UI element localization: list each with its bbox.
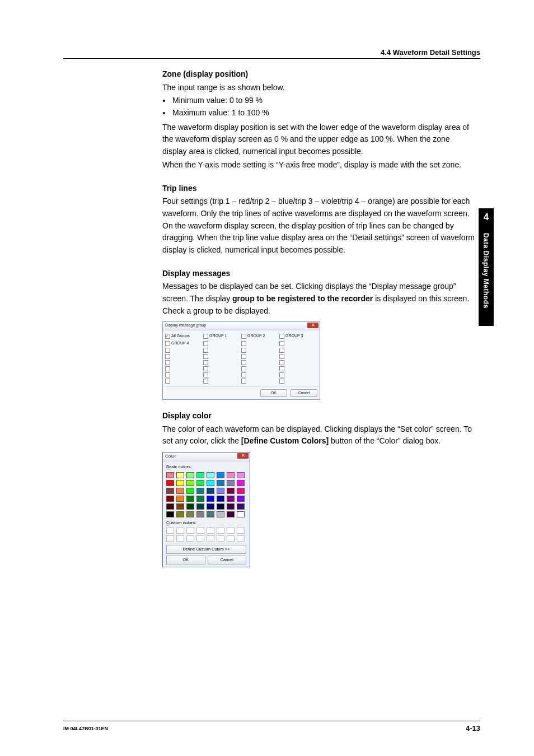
checkbox-icon[interactable]: [165, 334, 170, 339]
checkbox-icon[interactable]: [241, 334, 246, 339]
color-swatch[interactable]: [176, 511, 184, 517]
color-swatch[interactable]: [176, 480, 184, 486]
color-swatch[interactable]: [217, 503, 224, 510]
doc-id: IM 04L47B01-01EN: [63, 726, 108, 731]
color-swatch[interactable]: [166, 496, 174, 502]
color-swatch[interactable]: [186, 472, 194, 478]
custom-colors-grid: [166, 528, 246, 542]
dlg-color-title: Color: [165, 454, 176, 459]
custom-color-swatch[interactable]: [227, 528, 235, 534]
messages-heading: Display messages: [162, 268, 476, 280]
custom-color-swatch[interactable]: [176, 528, 184, 534]
color-swatch[interactable]: [207, 472, 214, 478]
color-swatch[interactable]: [227, 496, 235, 502]
color-swatch[interactable]: [186, 480, 194, 486]
custom-color-swatch[interactable]: [176, 535, 184, 542]
color-swatch[interactable]: [186, 488, 194, 494]
color-swatch[interactable]: [176, 488, 184, 494]
custom-color-swatch[interactable]: [207, 528, 214, 534]
ok-button[interactable]: OK: [260, 389, 287, 397]
custom-color-swatch[interactable]: [196, 535, 204, 542]
custom-color-swatch[interactable]: [237, 535, 245, 542]
color-swatch[interactable]: [237, 503, 245, 510]
color-swatch[interactable]: [196, 480, 204, 486]
color-swatch[interactable]: [196, 503, 204, 510]
cancel-button[interactable]: Cancel: [208, 556, 247, 564]
color-swatch[interactable]: [166, 480, 174, 486]
custom-color-swatch[interactable]: [166, 535, 174, 542]
messages-p1: Messages to be displayed can be set. Cli…: [162, 281, 476, 317]
checkbox-icon: [279, 341, 284, 346]
checkbox-icon[interactable]: [203, 334, 208, 339]
color-swatch[interactable]: [237, 472, 245, 478]
color-swatch[interactable]: [166, 488, 174, 494]
group1-cell[interactable]: GROUP 1: [203, 333, 241, 340]
triplines-heading: Trip lines: [162, 183, 476, 195]
color-heading: Display color: [162, 410, 476, 422]
color-swatch[interactable]: [227, 480, 235, 486]
custom-color-swatch[interactable]: [217, 528, 224, 534]
color-swatch[interactable]: [227, 472, 235, 478]
color-swatch[interactable]: [196, 488, 204, 494]
color-swatch[interactable]: [217, 511, 224, 517]
color-swatch[interactable]: [237, 496, 245, 502]
zone-bullets: Minimum value: 0 to 99 % Maximum value: …: [162, 95, 476, 119]
color-swatch[interactable]: [227, 503, 235, 510]
ok-button[interactable]: OK: [166, 556, 205, 564]
color-swatch[interactable]: [227, 511, 235, 517]
zone-heading: Zone (display position): [162, 68, 476, 81]
color-p1b: button of the “Color” dialog box.: [329, 436, 441, 445]
color-swatch[interactable]: [207, 503, 214, 510]
group3-cell[interactable]: GROUP 3: [279, 333, 317, 340]
color-swatch[interactable]: [176, 496, 184, 502]
checkbox-icon[interactable]: [279, 334, 284, 339]
custom-color-swatch[interactable]: [227, 535, 235, 542]
color-swatch[interactable]: [166, 503, 174, 510]
color-swatch[interactable]: [176, 503, 184, 510]
close-icon[interactable]: ✕: [237, 453, 249, 459]
dlg-color-titlebar: Color ✕: [163, 452, 250, 461]
close-icon[interactable]: ✕: [307, 323, 318, 328]
define-custom-colors-button[interactable]: Define Custom Colors >>: [166, 545, 246, 554]
custom-colors-label: Custom colors:: [166, 520, 246, 526]
color-swatch[interactable]: [196, 511, 204, 517]
zone-p2: When the Y-axis mode setting is “Y-axis …: [162, 159, 476, 171]
checkbox-icon: [203, 341, 208, 346]
color-swatch[interactable]: [186, 503, 194, 510]
color-swatch[interactable]: [196, 496, 204, 502]
custom-color-swatch[interactable]: [196, 528, 204, 534]
custom-color-swatch[interactable]: [237, 528, 245, 534]
color-swatch[interactable]: [217, 496, 224, 502]
color-swatch[interactable]: [217, 480, 224, 486]
color-swatch[interactable]: [207, 488, 214, 494]
custom-color-swatch[interactable]: [166, 528, 174, 534]
custom-color-swatch[interactable]: [207, 535, 214, 542]
checkbox-icon[interactable]: [165, 341, 170, 346]
group2-cell[interactable]: GROUP 2: [241, 333, 279, 340]
group4-cell[interactable]: GROUP 4: [165, 340, 203, 347]
color-swatch[interactable]: [176, 472, 184, 478]
color-swatch[interactable]: [166, 472, 174, 478]
main-content: Zone (display position) The input range …: [162, 68, 476, 567]
color-swatch[interactable]: [186, 496, 194, 502]
color-swatch[interactable]: [237, 480, 245, 486]
color-swatch[interactable]: [237, 511, 245, 517]
custom-color-swatch[interactable]: [186, 528, 194, 534]
group-all-cell[interactable]: All Groups: [165, 333, 203, 340]
color-swatch[interactable]: [166, 511, 174, 517]
color-swatch[interactable]: [217, 488, 224, 494]
color-swatch[interactable]: [207, 496, 214, 502]
color-swatch[interactable]: [237, 488, 245, 494]
color-swatch[interactable]: [196, 472, 204, 478]
zone-bullet-min: Minimum value: 0 to 99 %: [171, 95, 476, 107]
color-swatch[interactable]: [207, 511, 214, 517]
custom-color-swatch[interactable]: [186, 535, 194, 542]
color-swatch[interactable]: [186, 511, 194, 517]
custom-color-swatch[interactable]: [217, 535, 224, 542]
color-swatch[interactable]: [207, 480, 214, 486]
color-swatch[interactable]: [217, 472, 224, 478]
zone-bullet-max: Maximum value: 1 to 100 %: [171, 107, 476, 119]
cancel-button[interactable]: Cancel: [291, 389, 317, 397]
group3-label: GROUP 3: [285, 333, 303, 339]
color-swatch[interactable]: [227, 488, 235, 494]
